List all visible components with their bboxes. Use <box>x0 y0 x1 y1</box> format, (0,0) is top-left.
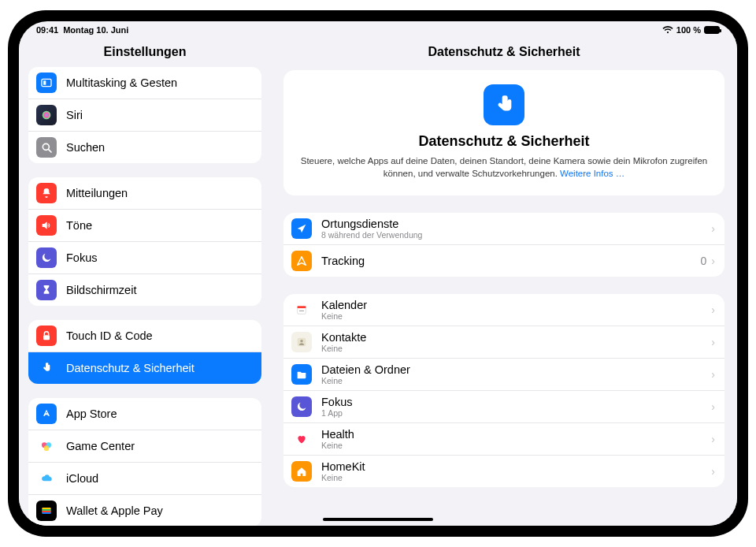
chevron-right-icon: › <box>711 222 715 235</box>
svg-line-4 <box>49 150 51 152</box>
svg-rect-5 <box>43 335 50 340</box>
chevron-right-icon: › <box>711 400 715 413</box>
svg-rect-12 <box>43 511 51 512</box>
row-label: Tracking <box>321 255 691 267</box>
sidebar-item-label: Töne <box>66 219 252 232</box>
sidebar-item-moon[interactable]: Fokus <box>28 242 261 274</box>
hand-icon <box>36 358 57 378</box>
wifi-icon <box>662 26 673 34</box>
detail-row-health[interactable]: HealthKeine› <box>284 423 724 456</box>
section-location: Ortungsdienste8 während der Verwendung›T… <box>284 213 724 277</box>
hero-link[interactable]: Weitere Infos … <box>560 169 624 178</box>
hero-title: Datenschutz & Sicherheit <box>299 133 709 150</box>
section-data-access: KalenderKeine›KontakteKeine›Dateien & Or… <box>284 294 724 487</box>
hourglass-icon <box>36 280 57 300</box>
detail-row-moon[interactable]: Fokus1 App› <box>284 391 724 423</box>
row-label: Health <box>321 428 702 441</box>
svg-point-2 <box>43 111 51 120</box>
battery-text: 100 % <box>676 25 701 35</box>
location-icon <box>291 218 312 239</box>
sidebar-item-bell[interactable]: Mitteilungen <box>28 177 261 210</box>
sidebar-item-siri[interactable]: Siri <box>28 99 261 132</box>
row-sublabel: Keine <box>321 344 702 353</box>
row-label: Ortungsdienste <box>321 218 702 230</box>
sidebar-item-label: Mitteilungen <box>66 187 252 199</box>
detail-row-tracking[interactable]: Tracking0› <box>284 245 724 277</box>
detail-row-contacts[interactable]: KontakteKeine› <box>284 326 724 359</box>
row-sublabel: Keine <box>321 473 702 482</box>
multitasking-icon <box>36 73 57 93</box>
detail-row-files[interactable]: Dateien & OrdnerKeine› <box>284 359 724 391</box>
chevron-right-icon: › <box>711 336 715 348</box>
chevron-right-icon: › <box>711 303 715 316</box>
sidebar-item-label: App Store <box>66 407 252 420</box>
row-sublabel: Keine <box>321 441 702 450</box>
home-icon <box>291 461 312 482</box>
sidebar-item-multitasking[interactable]: Multitasking & Gesten <box>28 67 261 99</box>
sidebar-item-hand[interactable]: Datenschutz & Sicherheit <box>28 352 261 384</box>
svg-rect-10 <box>43 508 51 509</box>
calendar-icon <box>291 300 312 320</box>
row-label: HomeKit <box>321 460 702 473</box>
lock-icon <box>36 326 57 346</box>
sidebar-item-label: Touch ID & Code <box>66 329 252 342</box>
hero-card: Datenschutz & Sicherheit Steuere, welche… <box>284 70 724 195</box>
row-label: Kalender <box>321 299 702 311</box>
bell-icon <box>36 183 57 203</box>
status-bar: 09:41 Montag 10. Juni 100 % <box>19 21 737 39</box>
main-pane: Datenschutz & Sicherheit Datenschutz & S… <box>271 39 737 526</box>
detail-row-location[interactable]: Ortungsdienste8 während der Verwendung› <box>284 213 724 245</box>
sidebar-item-wallet[interactable]: Wallet & Apple Pay <box>28 495 261 526</box>
sidebar-item-icloud[interactable]: iCloud <box>28 463 261 495</box>
svg-point-20 <box>299 311 300 311</box>
status-time: 09:41 <box>36 25 58 35</box>
chevron-right-icon: › <box>711 433 715 445</box>
sidebar-item-sound[interactable]: Töne <box>28 210 261 242</box>
icloud-icon <box>36 468 57 489</box>
sidebar-item-label: Fokus <box>66 251 252 264</box>
row-label: Dateien & Ordner <box>321 363 702 376</box>
sidebar-item-search[interactable]: Suchen <box>28 132 261 163</box>
sidebar-scroll[interactable]: Multitasking & GestenSiriSuchenMitteilun… <box>19 67 271 526</box>
chevron-right-icon: › <box>711 465 715 478</box>
hero-body: Steuere, welche Apps auf deine Daten, de… <box>299 154 709 180</box>
contacts-icon <box>291 332 312 352</box>
svg-rect-1 <box>43 80 46 84</box>
detail-row-calendar[interactable]: KalenderKeine› <box>284 294 724 326</box>
appstore-icon <box>36 404 57 424</box>
svg-point-24 <box>300 340 302 342</box>
health-icon <box>291 429 312 449</box>
sidebar-item-label: Bildschirmzeit <box>66 284 252 296</box>
battery-icon <box>704 26 720 34</box>
sidebar-item-hourglass[interactable]: Bildschirmzeit <box>28 274 261 306</box>
svg-rect-11 <box>43 509 51 511</box>
home-indicator <box>323 518 433 521</box>
sidebar-item-label: Datenschutz & Sicherheit <box>66 362 252 374</box>
wallet-icon <box>36 500 57 521</box>
sidebar-item-gamecenter[interactable]: Game Center <box>28 430 261 463</box>
chevron-right-icon: › <box>711 255 715 267</box>
sidebar-item-label: iCloud <box>66 472 252 485</box>
sidebar-item-label: Game Center <box>66 440 252 452</box>
sidebar-item-lock[interactable]: Touch ID & Code <box>28 320 261 352</box>
device-frame: 09:41 Montag 10. Juni 100 % Einstellunge… <box>8 10 748 537</box>
svg-rect-19 <box>298 307 306 309</box>
sidebar-item-label: Suchen <box>66 141 252 154</box>
privacy-hero-icon <box>484 84 524 125</box>
main-scroll[interactable]: Datenschutz & Sicherheit Steuere, welche… <box>271 70 737 526</box>
main-title: Datenschutz & Sicherheit <box>271 39 737 70</box>
chevron-right-icon: › <box>711 368 715 381</box>
detail-row-home[interactable]: HomeKitKeine› <box>284 456 724 487</box>
search-icon <box>36 137 57 158</box>
sidebar: Einstellungen Multitasking & GestenSiriS… <box>19 39 271 526</box>
svg-point-21 <box>301 311 302 311</box>
moon-icon <box>291 396 312 417</box>
sidebar-title: Einstellungen <box>19 39 271 67</box>
svg-point-22 <box>302 311 303 311</box>
gamecenter-icon <box>36 436 57 456</box>
row-trailing-value: 0 <box>701 255 707 267</box>
row-sublabel: 8 während der Verwendung <box>321 230 702 240</box>
sound-icon <box>36 215 57 236</box>
sidebar-item-appstore[interactable]: App Store <box>28 398 261 430</box>
row-sublabel: Keine <box>321 376 702 385</box>
